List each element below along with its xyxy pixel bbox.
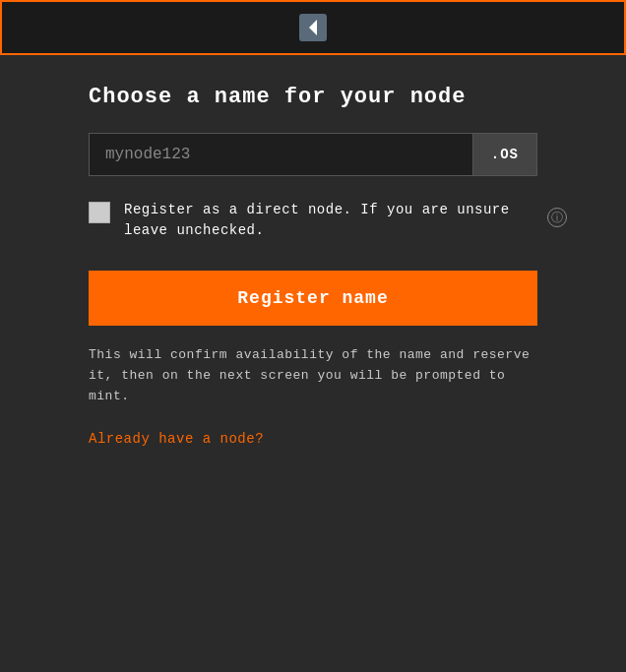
main-content: Choose a name for your node .OS Register… (0, 85, 626, 448)
page-title: Choose a name for your node (89, 85, 537, 109)
node-name-row: .OS (89, 133, 537, 176)
node-name-input[interactable] (89, 133, 472, 176)
info-icon[interactable]: ⓘ (547, 208, 567, 227)
os-badge: .OS (472, 133, 537, 176)
register-name-button[interactable]: Register name (89, 271, 537, 326)
top-bar (0, 0, 626, 55)
already-have-node-link[interactable]: Already have a node? (89, 431, 264, 447)
direct-node-checkbox[interactable] (89, 202, 110, 223)
direct-node-row: Register as a direct node. If you are un… (89, 200, 537, 241)
back-icon[interactable] (299, 14, 327, 41)
description-text: This will confirm availability of the na… (89, 345, 537, 406)
checkbox-wrapper: Register as a direct node. If you are un… (89, 200, 537, 241)
checkbox-label: Register as a direct node. If you are un… (124, 200, 537, 241)
